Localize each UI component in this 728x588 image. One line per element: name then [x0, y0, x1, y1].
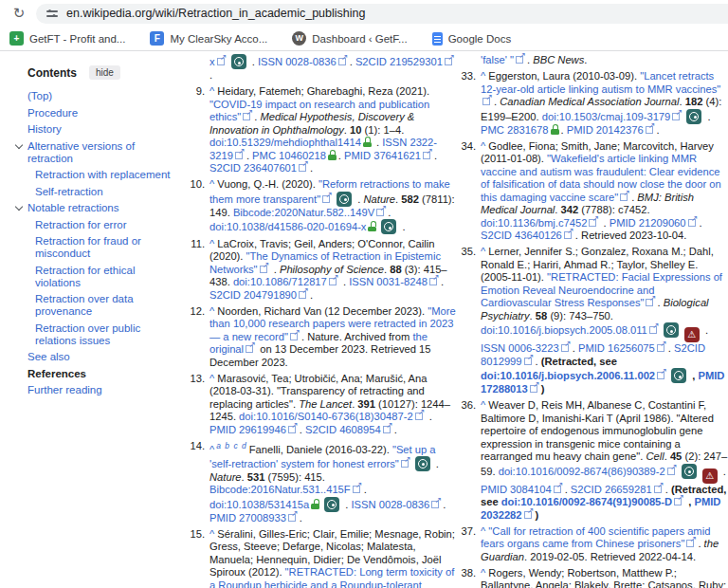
- external-link-icon[interactable]: [674, 497, 683, 505]
- retraction-warning-icon[interactable]: [684, 327, 700, 342]
- external-link-icon[interactable]: [646, 125, 655, 134]
- external-link-icon[interactable]: [322, 194, 332, 203]
- sci-hub-icon[interactable]: [671, 368, 686, 383]
- external-link-icon[interactable]: [686, 539, 696, 547]
- external-link-icon[interactable]: [246, 344, 255, 353]
- sci-hub-icon[interactable]: [664, 322, 679, 338]
- ref-link[interactable]: S2CID 236407601: [209, 162, 297, 174]
- external-link-icon[interactable]: [672, 112, 682, 120]
- external-link-icon[interactable]: [353, 485, 362, 493]
- toc-item-retraction-for-ethical-violations[interactable]: Retraction for ethical violations: [0, 265, 180, 289]
- external-link-icon[interactable]: [376, 208, 386, 216]
- url-bar[interactable]: en.wikipedia.org/wiki/Retraction_in_acad…: [36, 4, 728, 24]
- external-link-icon[interactable]: [649, 325, 659, 334]
- toc-item-further-reading[interactable]: Further reading: [0, 384, 180, 396]
- sci-hub-icon[interactable]: [415, 456, 430, 471]
- external-link-icon[interactable]: [429, 277, 439, 285]
- external-link-icon[interactable]: [290, 332, 300, 340]
- toc-item-top[interactable]: (Top): [0, 90, 180, 102]
- sci-hub-icon[interactable]: [324, 497, 339, 512]
- external-link-icon[interactable]: [482, 97, 492, 105]
- toc-item-notable-retractions[interactable]: Notable retractions: [0, 202, 180, 214]
- ref-link[interactable]: 'false' ": [481, 54, 514, 65]
- backlink-letters[interactable]: a b c d: [216, 441, 247, 450]
- toc-item-self-retraction[interactable]: Self-retraction: [0, 186, 180, 198]
- ref-link[interactable]: PMID 20142376: [567, 124, 644, 136]
- toc-item-retraction-with-replacement[interactable]: Retraction with replacement: [0, 169, 180, 181]
- ref-link[interactable]: doi:10.1016/0092-8674(86)90389-2: [499, 466, 665, 477]
- external-link-icon[interactable]: [260, 265, 269, 273]
- ref-link[interactable]: x: [209, 56, 215, 67]
- toc-item-procedure[interactable]: Procedure: [0, 107, 180, 119]
- ref-link[interactable]: "Call for retraction of 400 scientific p…: [481, 525, 710, 550]
- bookmark-clearsky[interactable]: F My ClearSky Acco...: [150, 31, 267, 46]
- toc-hide-button[interactable]: hide: [89, 65, 120, 80]
- toc-item-history[interactable]: History: [0, 123, 180, 136]
- ref-link[interactable]: ISSN 0031-8248: [349, 276, 428, 287]
- external-link-icon[interactable]: [401, 459, 410, 468]
- external-link-icon[interactable]: [657, 343, 666, 352]
- external-link-icon[interactable]: [288, 513, 298, 522]
- external-link-icon[interactable]: [217, 57, 227, 65]
- external-link-icon[interactable]: [524, 510, 534, 519]
- external-link-icon[interactable]: [657, 371, 666, 379]
- ref-link[interactable]: Bibcode:2016Natur.531..415F: [209, 484, 351, 495]
- sci-hub-icon[interactable]: [381, 219, 396, 234]
- toc-item-alternative-versions-of-retraction[interactable]: Alternative versions of retraction: [0, 140, 180, 165]
- sci-hub-icon[interactable]: [231, 54, 246, 69]
- ref-link[interactable]: PMC 10460218: [252, 150, 326, 161]
- url-text[interactable]: en.wikipedia.org/wiki/Retraction_in_acad…: [66, 4, 365, 24]
- reload-icon[interactable]: ↻: [9, 4, 28, 23]
- external-link-icon[interactable]: [338, 57, 348, 65]
- ref-link[interactable]: PMID 27008933: [209, 512, 286, 524]
- external-link-icon[interactable]: [561, 343, 571, 352]
- bookmark-wordpress-dashboard[interactable]: W Dashboard ‹ GetF...: [292, 31, 407, 46]
- ref-link[interactable]: ISSN 0028-0836: [258, 56, 337, 67]
- ref-link[interactable]: PMID 29619946: [209, 424, 286, 435]
- ref-link[interactable]: S2CID 4608954: [305, 424, 381, 435]
- external-link-icon[interactable]: [646, 298, 655, 306]
- external-link-icon[interactable]: [243, 112, 252, 120]
- site-settings-icon[interactable]: [46, 9, 58, 18]
- ref-link[interactable]: S2CID 219529301: [355, 56, 443, 67]
- ref-link[interactable]: ISSN 0028-0836: [351, 499, 429, 510]
- ref-link[interactable]: Bibcode:2020Natur.582..149V: [233, 207, 374, 218]
- sci-hub-icon[interactable]: [686, 109, 701, 124]
- ref-link[interactable]: doi:10.1016/j.biopsych.2005.08.011: [481, 324, 647, 336]
- external-link-icon[interactable]: [415, 412, 425, 420]
- bookmark-google-docs[interactable]: Google Docs: [432, 32, 511, 46]
- external-link-icon[interactable]: [299, 290, 308, 299]
- external-link-icon[interactable]: [620, 193, 629, 201]
- ref-link[interactable]: doi:10.51329/mehdiophthal1414: [209, 137, 361, 148]
- external-link-icon[interactable]: [235, 151, 245, 159]
- external-link-icon[interactable]: [554, 485, 563, 493]
- external-link-icon[interactable]: [423, 151, 432, 159]
- external-link-icon[interactable]: [688, 218, 698, 227]
- toc-item-retraction-for-error[interactable]: Retraction for error: [0, 219, 180, 231]
- toc-item-references[interactable]: References: [0, 368, 180, 380]
- chevron-down-icon[interactable]: [15, 203, 23, 211]
- backlink-caret[interactable]: ^: [209, 443, 214, 454]
- toc-item-retraction-over-public-relations-issues[interactable]: Retraction over public relations issues: [0, 322, 180, 347]
- sci-hub-icon[interactable]: [337, 192, 352, 207]
- ref-link[interactable]: doi:10.1038/d41586-020-01694-x: [209, 221, 366, 232]
- external-link-icon[interactable]: [524, 357, 534, 365]
- external-link-icon[interactable]: [667, 467, 677, 475]
- chevron-down-icon[interactable]: [15, 140, 23, 148]
- external-link-icon[interactable]: [299, 163, 308, 172]
- toc-item-see-also[interactable]: See also: [0, 351, 180, 363]
- external-link-icon[interactable]: [383, 425, 392, 433]
- ref-link[interactable]: PMID 21209060: [610, 217, 686, 229]
- ref-link[interactable]: doi:10.1086/712817: [233, 276, 327, 287]
- retraction-warning-icon[interactable]: [702, 469, 718, 484]
- ref-link[interactable]: PMID 3084104: [481, 484, 552, 495]
- external-link-icon[interactable]: [329, 277, 338, 285]
- external-link-icon[interactable]: [288, 425, 298, 433]
- external-link-icon[interactable]: [654, 485, 664, 493]
- ref-link[interactable]: S2CID 204791890: [209, 289, 297, 301]
- ref-link[interactable]: doi:10.1016/j.biopsych.2006.11.002: [481, 370, 655, 381]
- sci-hub-icon[interactable]: [682, 464, 697, 479]
- ref-link[interactable]: PMID 37641621: [344, 150, 421, 161]
- external-link-icon[interactable]: [445, 57, 454, 65]
- external-link-icon[interactable]: [530, 384, 539, 393]
